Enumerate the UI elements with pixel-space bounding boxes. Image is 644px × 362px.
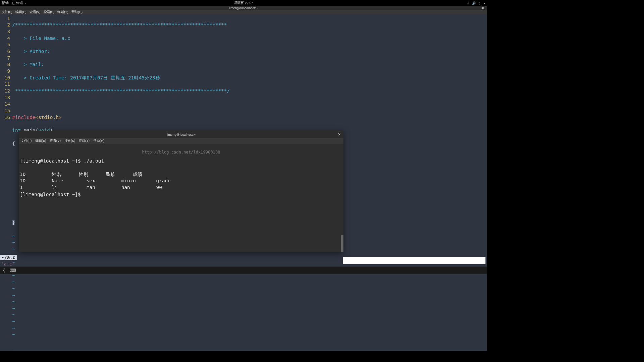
scrollbar[interactable] (341, 144, 343, 252)
output-row: ID Name sex minzu grade (20, 178, 171, 184)
terminal-output[interactable]: http://blog.csdn.net/ldx19980108 [limeng… (19, 144, 343, 252)
editor-title: limeng@localhost:~ (229, 6, 258, 10)
brace-close: } (12, 220, 15, 226)
header-author: > Author: (12, 48, 487, 55)
menu-edit[interactable]: 编辑(E) (15, 10, 26, 14)
gnome-topbar: 活动 ▢ 终端 ▾ 星期五 22:57 ⊿ 🔊 ▯ ▾ (0, 0, 487, 6)
menu-terminal[interactable]: 终端(T) (57, 10, 68, 14)
output-menubar: 文件(F) 编辑(E) 查看(V) 搜索(S) 终端(T) 帮助(H) (19, 138, 343, 144)
line-number-gutter: 12345678910111213141516 (0, 14, 12, 351)
wifi-icon[interactable]: ⊿ (467, 1, 469, 5)
menu-help[interactable]: 帮助(H) (93, 139, 104, 143)
output-row: ID 姓名 性别 民族 成绩 (20, 171, 143, 177)
header-filename: > File Name: a.c (12, 35, 487, 42)
volume-icon[interactable]: 🔊 (472, 1, 476, 5)
include-header: stdio.h (38, 114, 59, 120)
prompt-line: [limeng@localhost ~]$ (20, 192, 84, 197)
white-strip (343, 257, 485, 264)
watermark-url: http://blog.csdn.net/ldx19980108 (142, 149, 220, 156)
comment-border-2: ****************************************… (15, 88, 227, 94)
system-menu-chevron-icon[interactable]: ▾ (484, 2, 485, 4)
comment-close: / (227, 88, 230, 94)
keyboard-icon[interactable]: ⌨ (10, 267, 16, 273)
battery-icon[interactable]: ▯ (479, 1, 480, 5)
menu-terminal[interactable]: 终端(T) (79, 139, 90, 143)
bottom-taskbar: く ⌨ (0, 267, 487, 274)
menu-file[interactable]: 文件(F) (2, 10, 12, 14)
include-directive: #include (12, 114, 35, 120)
close-icon[interactable]: ✕ (481, 6, 485, 10)
header-mail: > Mail: (12, 61, 487, 68)
menu-view[interactable]: 查看(V) (30, 10, 41, 14)
output-titlebar: limeng@localhost:~ ✕ (19, 131, 343, 138)
menu-file[interactable]: 文件(F) (21, 139, 32, 143)
editor-titlebar: limeng@localhost:~ ✕ (0, 6, 487, 10)
output-terminal-window[interactable]: limeng@localhost:~ ✕ 文件(F) 编辑(E) 查看(V) 搜… (19, 131, 343, 252)
app-menu[interactable]: ▢ 终端 ▾ (12, 1, 25, 5)
menu-search[interactable]: 搜索(S) (44, 10, 55, 14)
scroll-thumb[interactable] (341, 235, 343, 252)
output-row: 1 li man han 90 (20, 185, 162, 190)
menu-help[interactable]: 帮助(H) (71, 10, 83, 14)
status-file: ~/a.c (0, 255, 17, 260)
include-close: > (59, 114, 62, 120)
prompt-line: [limeng@localhost ~]$ ./a.out (20, 158, 104, 164)
chevron-down-icon: ▾ (24, 2, 26, 4)
include-open: < (36, 114, 39, 120)
status-message: "a.c" (1, 261, 15, 267)
brace-open: { (12, 141, 15, 146)
header-created: > Created Time: 2017年07月07日 星期五 21时45分23… (12, 74, 487, 81)
app-menu-label: 终端 (16, 1, 23, 5)
menu-search[interactable]: 搜索(S) (64, 139, 75, 143)
comment-border: ****************************************… (15, 22, 227, 28)
output-title: limeng@localhost:~ (167, 132, 196, 136)
editor-menubar: 文件(F) 编辑(E) 查看(V) 搜索(S) 终端(T) 帮助(H) (0, 10, 487, 14)
menu-edit[interactable]: 编辑(E) (35, 139, 46, 143)
terminal-icon: ▢ (12, 1, 15, 5)
clock[interactable]: 星期五 22:57 (234, 1, 253, 5)
menu-view[interactable]: 查看(V) (50, 139, 61, 143)
activities-button[interactable]: 活动 (2, 1, 9, 5)
back-icon[interactable]: く (2, 267, 6, 273)
close-icon[interactable]: ✕ (338, 132, 341, 136)
